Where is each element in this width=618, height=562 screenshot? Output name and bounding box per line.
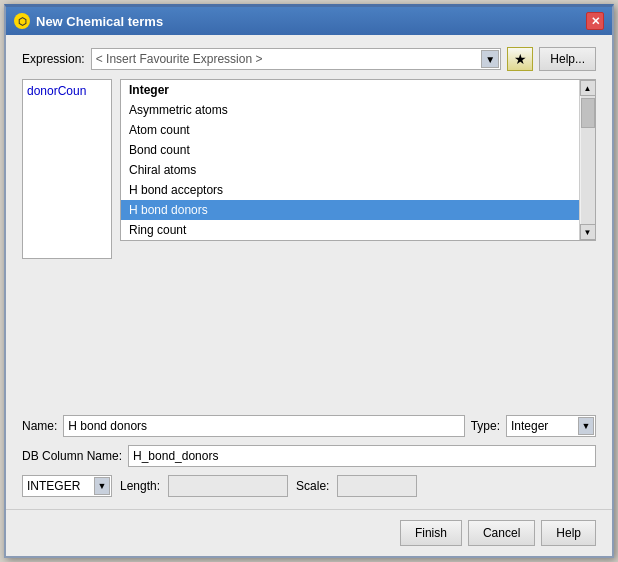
db-col-label: DB Column Name: <box>22 449 122 463</box>
scroll-down-button[interactable]: ▼ <box>580 224 596 240</box>
name-input[interactable] <box>63 415 464 437</box>
list-item[interactable]: Atom count <box>121 120 579 140</box>
dropdown-scrollbar: ▲ ▼ <box>579 80 595 240</box>
help-top-button[interactable]: Help... <box>539 47 596 71</box>
list-item[interactable]: Ring count <box>121 220 579 240</box>
finish-button[interactable]: Finish <box>400 520 462 546</box>
list-item[interactable]: H bond acceptors <box>121 180 579 200</box>
expression-select[interactable]: < Insert Favourite Expression > <box>91 48 502 70</box>
star-button[interactable]: ★ <box>507 47 533 71</box>
type-label: Type: <box>471 419 500 433</box>
close-button[interactable]: ✕ <box>586 12 604 30</box>
list-item[interactable]: Bond count <box>121 140 579 160</box>
scale-label: Scale: <box>296 479 329 493</box>
empty-area <box>22 267 596 407</box>
scroll-up-button[interactable]: ▲ <box>580 80 596 96</box>
db-col-input[interactable] <box>128 445 596 467</box>
name-label: Name: <box>22 419 57 433</box>
cancel-button[interactable]: Cancel <box>468 520 535 546</box>
dropdown-items: Integer Asymmetric atoms Atom count Bond… <box>121 80 579 240</box>
db-col-row: DB Column Name: <box>22 445 596 467</box>
list-item-selected[interactable]: H bond donors <box>121 200 579 220</box>
length-input[interactable] <box>168 475 288 497</box>
bottom-buttons: Finish Cancel Help <box>6 509 612 556</box>
expression-label: Expression: <box>22 52 85 66</box>
integer-select-wrapper: INTEGER ▼ <box>22 475 112 497</box>
integer-row: INTEGER ▼ Length: Scale: <box>22 475 596 497</box>
star-icon: ★ <box>514 51 527 67</box>
name-row: Name: Type: Integer ▼ <box>22 415 596 437</box>
length-label: Length: <box>120 479 160 493</box>
main-area: donorCoun Integer Asymmetric atoms Atom … <box>22 79 596 259</box>
dialog-title: New Chemical terms <box>36 14 586 29</box>
expression-textbox: donorCoun <box>22 79 112 259</box>
expression-select-wrapper: < Insert Favourite Expression > ▼ <box>91 48 502 70</box>
dropdown-list: Integer Asymmetric atoms Atom count Bond… <box>120 79 596 241</box>
title-bar: ⬡ New Chemical terms ✕ <box>6 7 612 35</box>
scroll-track <box>581 96 595 224</box>
type-select[interactable]: Integer <box>506 415 596 437</box>
dropdown-group-header: Integer <box>121 80 579 100</box>
list-item[interactable]: Chiral atoms <box>121 160 579 180</box>
scroll-thumb[interactable] <box>581 98 595 128</box>
dialog: ⬡ New Chemical terms ✕ Expression: < Ins… <box>4 4 614 558</box>
scale-input[interactable] <box>337 475 417 497</box>
expression-row: Expression: < Insert Favourite Expressio… <box>22 47 596 71</box>
type-select-wrapper: Integer ▼ <box>506 415 596 437</box>
integer-select[interactable]: INTEGER <box>22 475 112 497</box>
dropdown-list-inner: Integer Asymmetric atoms Atom count Bond… <box>121 80 595 240</box>
expression-content: donorCoun <box>27 84 86 98</box>
help-bottom-button[interactable]: Help <box>541 520 596 546</box>
dialog-body: Expression: < Insert Favourite Expressio… <box>6 35 612 509</box>
dialog-icon: ⬡ <box>14 13 30 29</box>
dropdown-area: Integer Asymmetric atoms Atom count Bond… <box>120 79 596 259</box>
list-item[interactable]: Asymmetric atoms <box>121 100 579 120</box>
